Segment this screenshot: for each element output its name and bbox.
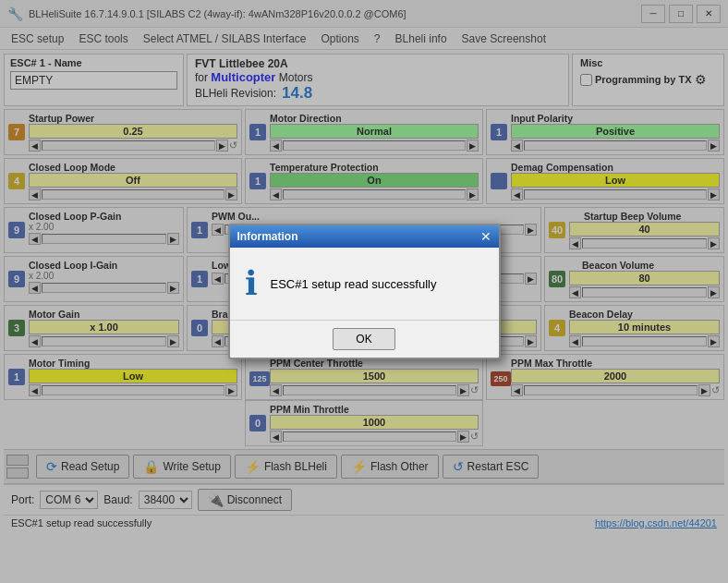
dialog-info-icon: ℹ: [245, 264, 258, 303]
dialog-overlay: Information ✕ ℹ ESC#1 setup read success…: [0, 0, 728, 583]
dialog-title-bar: Information ✕: [230, 225, 499, 248]
dialog-message: ESC#1 setup read successfully: [271, 277, 437, 291]
dialog-body: ℹ ESC#1 setup read successfully: [230, 248, 499, 320]
dialog-close-button[interactable]: ✕: [480, 230, 491, 243]
information-dialog: Information ✕ ℹ ESC#1 setup read success…: [228, 224, 501, 359]
dialog-title: Information: [237, 230, 298, 243]
app-window: 🔧 BLHeliSuite 16.7.14.9.0.1 [SILABS C2 (…: [0, 0, 728, 583]
dialog-ok-button[interactable]: OK: [333, 328, 394, 350]
dialog-footer: OK: [230, 320, 499, 358]
